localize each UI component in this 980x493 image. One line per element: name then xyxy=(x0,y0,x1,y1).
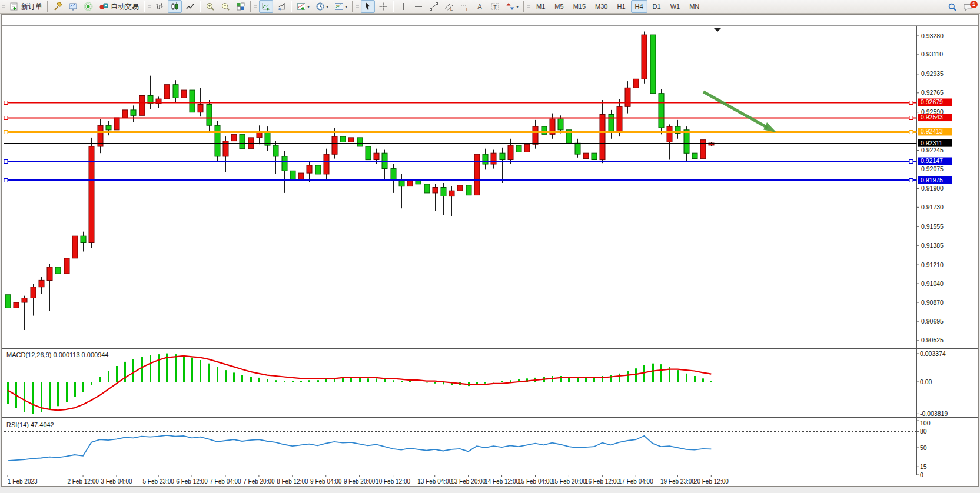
timeframe-h1-button[interactable]: H1 xyxy=(613,0,629,13)
text-icon: A xyxy=(475,2,484,11)
toolbar-separator xyxy=(200,1,201,12)
time-tick-label[interactable]: 7 Feb 04:00 xyxy=(210,478,241,485)
zoom-in-button[interactable] xyxy=(203,0,217,13)
timeframe-w1-button[interactable]: W1 xyxy=(666,0,685,13)
crosshair-button[interactable] xyxy=(376,0,390,13)
chat-button[interactable]: 1 xyxy=(961,1,975,14)
timeframe-m1-button[interactable]: M1 xyxy=(532,0,549,13)
toolbar-separator xyxy=(352,1,353,12)
time-tick-label[interactable]: 19 Feb 23:00 xyxy=(660,478,695,485)
line-handle[interactable] xyxy=(4,101,8,105)
time-tick-label[interactable]: 13 Feb 20:00 xyxy=(451,478,486,485)
indicators-button[interactable]: ▾ xyxy=(294,0,312,13)
cursor-button[interactable] xyxy=(361,0,375,13)
time-tick-label[interactable]: 6 Feb 12:00 xyxy=(176,478,208,485)
channel-button[interactable]: E xyxy=(442,0,456,13)
tile-windows-icon xyxy=(236,2,245,11)
toolbar-grip[interactable] xyxy=(356,2,359,11)
chart-shift-button[interactable] xyxy=(274,0,288,13)
time-tick-label[interactable]: 5 Feb 23:00 xyxy=(142,478,174,485)
time-tick-label[interactable]: 8 Feb 12:00 xyxy=(277,478,308,485)
text-button[interactable]: A xyxy=(473,0,487,13)
line-handle[interactable] xyxy=(4,179,8,182)
hline-button[interactable] xyxy=(411,0,426,13)
signals-button[interactable] xyxy=(81,0,95,13)
line-handle[interactable] xyxy=(909,116,913,120)
timeframe-mn-button[interactable]: MN xyxy=(685,0,703,13)
time-tick-label[interactable]: 20 Feb 12:00 xyxy=(694,478,729,485)
toolbar-grip[interactable] xyxy=(527,2,530,11)
time-tick-label[interactable]: 3 Feb 04:00 xyxy=(101,478,132,485)
toolbar-grip[interactable] xyxy=(2,2,5,11)
fibonacci-button[interactable]: F xyxy=(457,0,471,13)
price-tick-label: 0.91385 xyxy=(921,242,944,249)
templates-button[interactable]: ▾ xyxy=(332,0,350,13)
time-tick-label[interactable]: 1 Feb 2023 xyxy=(8,478,38,485)
zoom-out-button[interactable] xyxy=(218,0,232,13)
chevron-down-icon[interactable]: ▾ xyxy=(345,4,347,9)
time-tick-label[interactable]: 7 Feb 20:00 xyxy=(243,478,275,485)
trendline-button[interactable] xyxy=(427,0,441,13)
label-button[interactable]: T xyxy=(488,0,502,13)
line-handle[interactable] xyxy=(909,131,913,134)
timeframe-m15-button[interactable]: M15 xyxy=(569,0,590,13)
macd-indicator-label: MACD(12,26,9) 0.000113 0.000944 xyxy=(6,351,108,358)
arrows-button[interactable]: ▾ xyxy=(503,0,521,13)
tile-windows-button[interactable] xyxy=(234,0,248,13)
toolbar-grip[interactable] xyxy=(148,2,151,11)
time-tick-label[interactable]: 14 Feb 12:00 xyxy=(484,478,519,485)
chevron-down-icon[interactable]: ▾ xyxy=(516,4,519,9)
line-chart-button[interactable] xyxy=(183,0,197,13)
vline-button[interactable] xyxy=(396,0,410,13)
line-handle[interactable] xyxy=(4,116,8,120)
periods-button[interactable]: ▾ xyxy=(313,0,331,13)
chevron-down-icon[interactable]: ▾ xyxy=(307,4,310,9)
bars-button[interactable] xyxy=(152,0,167,13)
time-tick-label[interactable]: 10 Feb 12:00 xyxy=(376,478,410,485)
search-icon xyxy=(948,2,957,12)
line-handle[interactable] xyxy=(4,160,8,164)
autotrade-button[interactable]: 自动交易 xyxy=(97,0,141,13)
price-line-label-text: 0.92311 xyxy=(921,139,942,146)
market-watch-button[interactable] xyxy=(66,0,80,13)
time-tick-label[interactable]: 15 Feb 20:00 xyxy=(552,478,586,485)
line-handle[interactable] xyxy=(909,179,913,182)
toolbar-grip[interactable] xyxy=(254,2,257,11)
timeframe-h4-button[interactable]: H4 xyxy=(631,0,647,13)
svg-text:T: T xyxy=(493,4,497,10)
time-tick-label[interactable]: 16 Feb 12:00 xyxy=(585,478,620,485)
line-handle[interactable] xyxy=(909,101,913,105)
new-order-icon xyxy=(9,2,19,11)
time-tick-label[interactable]: 9 Feb 04:00 xyxy=(310,478,342,485)
rsi-indicator-label: RSI(14) 47.4042 xyxy=(6,421,54,428)
timeframe-m30-button[interactable]: M30 xyxy=(591,0,612,13)
timeframe-d1-button[interactable]: D1 xyxy=(649,0,665,13)
time-tick-label[interactable]: 17 Feb 04:00 xyxy=(619,478,653,485)
zoom-out-icon xyxy=(221,2,230,11)
price-tick-label: 0.92935 xyxy=(921,70,944,77)
time-tick-label[interactable]: 2 Feb 12:00 xyxy=(67,478,99,485)
price-tick-label: 0.91900 xyxy=(921,185,944,192)
time-tick-label[interactable]: 9 Feb 20:00 xyxy=(344,478,376,485)
label-icon: T xyxy=(490,2,500,11)
new-order-button[interactable]: 新订单 xyxy=(7,0,45,13)
time-tick-label[interactable]: 15 Feb 04:00 xyxy=(518,478,553,485)
time-tick-label[interactable]: 13 Feb 04:00 xyxy=(417,478,452,485)
rsi-tick-label: 15 xyxy=(920,463,927,470)
line-handle[interactable] xyxy=(909,160,913,164)
auto-scroll-button[interactable] xyxy=(259,0,273,13)
search-button[interactable] xyxy=(945,1,959,14)
chart-canvas[interactable]: 0.932800.931100.929350.927650.925900.922… xyxy=(2,15,978,486)
chevron-down-icon[interactable]: ▾ xyxy=(326,4,328,9)
macd-tick-label: 0.00 xyxy=(920,378,932,385)
toolbar: 新订单自动交易▾▾▾EFAT▾M1M5M15M30H1H4D1W1MN1 xyxy=(0,0,980,14)
candles-button[interactable] xyxy=(168,0,182,13)
cursor-icon xyxy=(363,2,373,11)
button-label: M30 xyxy=(593,3,609,10)
line-handle[interactable] xyxy=(4,131,8,134)
fibonacci-icon: F xyxy=(460,2,469,11)
hammer-button[interactable] xyxy=(51,0,65,13)
chart-window: ▼ USDCHF-,H4 0.92291 0.92322 0.92284 0.9… xyxy=(1,14,979,487)
timeframe-m5-button[interactable]: M5 xyxy=(550,0,567,13)
toolbar-separator xyxy=(144,1,145,12)
